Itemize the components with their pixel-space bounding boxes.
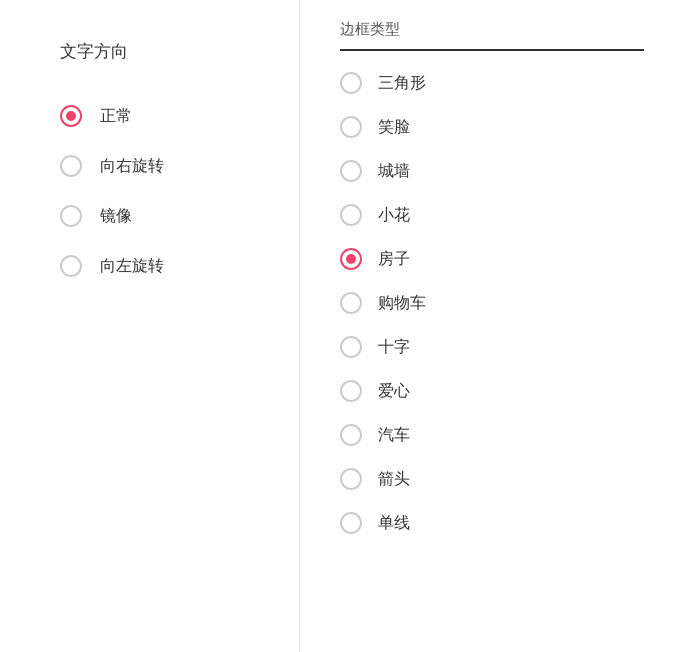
radio-label-border-flower: 小花 — [378, 205, 410, 226]
border-type-option-heart[interactable]: 爱心 — [340, 369, 644, 413]
radio-circle-rotate-right — [60, 155, 82, 177]
radio-circle-border-arrow — [340, 468, 362, 490]
radio-circle-border-smile — [340, 116, 362, 138]
radio-label-border-triangle: 三角形 — [378, 73, 426, 94]
text-direction-option-rotate-left[interactable]: 向左旋转 — [60, 241, 269, 291]
text-direction-group: 正常向右旋转镜像向左旋转 — [60, 91, 269, 291]
border-type-option-triangle[interactable]: 三角形 — [340, 61, 644, 105]
radio-circle-normal — [60, 105, 82, 127]
radio-circle-border-flower — [340, 204, 362, 226]
radio-circle-border-wall — [340, 160, 362, 182]
text-direction-option-normal[interactable]: 正常 — [60, 91, 269, 141]
border-type-option-cart[interactable]: 购物车 — [340, 281, 644, 325]
border-type-option-smile[interactable]: 笑脸 — [340, 105, 644, 149]
right-panel: 边框类型 三角形笑脸城墙小花房子购物车十字爱心汽车箭头单线 — [300, 0, 674, 652]
border-type-option-cross[interactable]: 十字 — [340, 325, 644, 369]
border-type-option-arrow[interactable]: 箭头 — [340, 457, 644, 501]
border-type-option-car[interactable]: 汽车 — [340, 413, 644, 457]
left-panel-title: 文字方向 — [60, 40, 269, 63]
right-panel-header: 边框类型 — [340, 20, 644, 51]
radio-label-border-heart: 爱心 — [378, 381, 410, 402]
right-panel-title: 边框类型 — [340, 20, 400, 37]
radio-circle-border-heart — [340, 380, 362, 402]
radio-label-border-wall: 城墙 — [378, 161, 410, 182]
radio-circle-rotate-left — [60, 255, 82, 277]
radio-circle-border-cart — [340, 292, 362, 314]
radio-label-border-smile: 笑脸 — [378, 117, 410, 138]
text-direction-option-rotate-right[interactable]: 向右旋转 — [60, 141, 269, 191]
radio-label-rotate-right: 向右旋转 — [100, 156, 164, 177]
radio-label-mirror: 镜像 — [100, 206, 132, 227]
border-type-group: 三角形笑脸城墙小花房子购物车十字爱心汽车箭头单线 — [340, 61, 644, 545]
radio-label-border-cross: 十字 — [378, 337, 410, 358]
radio-label-border-single-line: 单线 — [378, 513, 410, 534]
border-type-option-flower[interactable]: 小花 — [340, 193, 644, 237]
radio-circle-mirror — [60, 205, 82, 227]
radio-label-border-house: 房子 — [378, 249, 410, 270]
text-direction-option-mirror[interactable]: 镜像 — [60, 191, 269, 241]
border-type-option-wall[interactable]: 城墙 — [340, 149, 644, 193]
radio-circle-border-triangle — [340, 72, 362, 94]
radio-label-border-arrow: 箭头 — [378, 469, 410, 490]
left-panel: 文字方向 正常向右旋转镜像向左旋转 — [0, 0, 300, 652]
radio-circle-border-cross — [340, 336, 362, 358]
radio-circle-border-house — [340, 248, 362, 270]
radio-label-border-car: 汽车 — [378, 425, 410, 446]
border-type-option-single-line[interactable]: 单线 — [340, 501, 644, 545]
radio-label-normal: 正常 — [100, 106, 132, 127]
radio-label-border-cart: 购物车 — [378, 293, 426, 314]
radio-label-rotate-left: 向左旋转 — [100, 256, 164, 277]
border-type-option-house[interactable]: 房子 — [340, 237, 644, 281]
radio-circle-border-car — [340, 424, 362, 446]
radio-circle-border-single-line — [340, 512, 362, 534]
